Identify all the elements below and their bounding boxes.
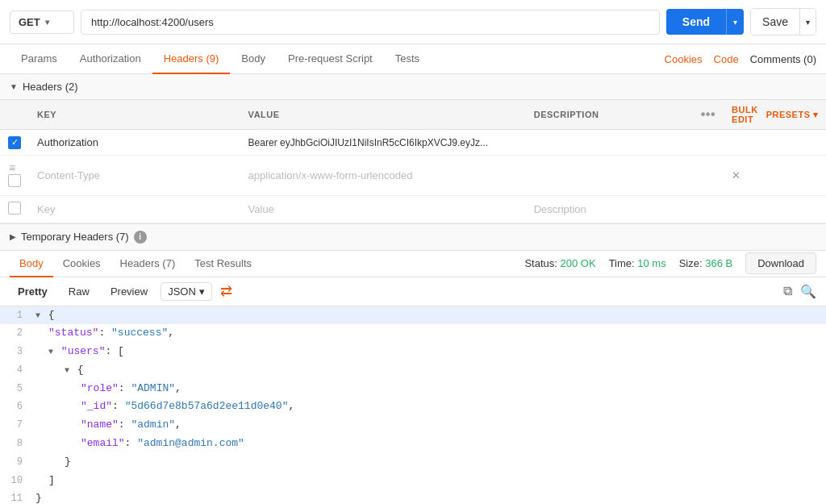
json-line: 3 ▼ "users": [: [0, 343, 826, 361]
collapse-icon[interactable]: ▼: [65, 366, 69, 375]
tab-headers[interactable]: Headers (9): [152, 44, 231, 74]
auth-value-text: Bearer eyJhbGciOiJIUzI1NiIsInR5cCI6IkpXV…: [248, 137, 488, 148]
line-content: "email": "admin@admin.com": [32, 435, 826, 452]
drag-handle-icon[interactable]: ≡: [9, 161, 15, 174]
json-line: 4 ▼ {: [0, 361, 826, 380]
collapse-icon[interactable]: ▼: [48, 348, 53, 356]
temp-headers-chevron-icon: ▶: [10, 232, 16, 241]
preview-button[interactable]: Preview: [102, 282, 156, 301]
bracket: {: [48, 309, 55, 321]
format-right: ⧉ 🔍: [783, 284, 816, 299]
line-number: 3: [0, 344, 32, 360]
bracket: ]: [48, 474, 55, 486]
row-options: [693, 130, 724, 156]
row-checkbox: ≡: [0, 155, 29, 195]
line-number: 5: [0, 381, 32, 397]
json-viewer: 1 ▼ { 2 "status": "success", 3 ▼ "users"…: [0, 306, 826, 505]
pretty-button[interactable]: Pretty: [10, 282, 56, 301]
row-key[interactable]: Key: [29, 195, 240, 223]
size-value: 366 B: [705, 257, 732, 269]
response-tab-cookies[interactable]: Cookies: [53, 251, 111, 277]
content-type-value: application/x-www-form-urlencoded: [248, 169, 413, 181]
presets-chevron-icon: ▾: [813, 110, 819, 120]
status-value: 200 OK: [561, 257, 596, 269]
tab-tests[interactable]: Tests: [384, 44, 431, 74]
temp-headers-info-icon[interactable]: i: [134, 231, 147, 244]
collapse-icon[interactable]: ▼: [35, 311, 40, 320]
json-line: 5 "role": "ADMIN",: [0, 380, 826, 398]
line-number: 2: [0, 325, 32, 341]
json-value: "success": [111, 327, 168, 339]
download-button[interactable]: Download: [745, 252, 816, 274]
presets-button[interactable]: Presets ▾: [766, 110, 818, 120]
tab-body[interactable]: Body: [230, 44, 277, 74]
headers-section-header[interactable]: ▼ Headers (2): [0, 74, 826, 100]
line-content: "status": "success",: [32, 325, 826, 342]
wrap-icon[interactable]: ⇄: [220, 282, 232, 300]
line-content: "_id": "5d66d7e8b57a6d2ee11d0e40",: [32, 398, 826, 415]
headers-table: KEY VALUE DESCRIPTION ••• Bulk Edit Pres…: [0, 100, 826, 223]
tab-params[interactable]: Params: [10, 44, 69, 74]
line-number: 11: [0, 490, 32, 504]
line-content: ▼ "users": [: [32, 344, 826, 360]
size-label: Size: 366 B: [679, 257, 733, 269]
url-bar: GET ▾ Send ▾ Save ▾: [0, 0, 826, 44]
row-description[interactable]: [526, 130, 693, 156]
send-button[interactable]: Send: [666, 9, 726, 35]
json-key: "users": [61, 345, 106, 357]
row-value[interactable]: Bearer eyJhbGciOiJIUzI1NiIsInR5cCI6IkpXV…: [240, 130, 526, 156]
json-key: "name": [81, 419, 119, 431]
tab-prerequest[interactable]: Pre-request Script: [277, 44, 384, 74]
row-key[interactable]: Authorization: [29, 130, 240, 156]
row-delete[interactable]: ✕: [724, 155, 826, 195]
bulk-edit-button[interactable]: Bulk Edit: [732, 105, 758, 124]
time-label-text: Time:: [609, 257, 638, 269]
row-options: [693, 155, 724, 195]
response-tab-body[interactable]: Body: [10, 251, 53, 277]
status-label-text: Status:: [524, 257, 560, 269]
method-select[interactable]: GET ▾: [10, 10, 74, 34]
copy-icon[interactable]: ⧉: [783, 284, 792, 298]
send-dropdown-button[interactable]: ▾: [726, 9, 744, 35]
tab-authorization[interactable]: Authorization: [69, 44, 152, 74]
table-row: Key Value Description: [0, 195, 826, 223]
checkbox-empty-icon[interactable]: [8, 202, 21, 215]
time-label: Time: 10 ms: [609, 257, 666, 269]
line-content: ]: [32, 473, 826, 489]
row-description[interactable]: Description: [526, 195, 693, 223]
headers-badge: (9): [206, 52, 219, 65]
options-dots[interactable]: •••: [701, 107, 715, 121]
cookies-link[interactable]: Cookies: [665, 53, 703, 65]
line-number: 7: [0, 417, 32, 433]
save-dropdown-button[interactable]: ▾: [799, 9, 816, 35]
format-select[interactable]: JSON ▾: [161, 282, 212, 301]
row-checkbox[interactable]: ✓: [0, 130, 29, 156]
checkbox-unchecked-icon[interactable]: [8, 174, 21, 187]
code-link[interactable]: Code: [714, 53, 739, 65]
response-tab-headers[interactable]: Headers (7): [111, 251, 186, 277]
row-value[interactable]: application/x-www-form-urlencoded: [240, 155, 526, 195]
presets-label: Presets: [766, 110, 811, 119]
temp-headers-section[interactable]: ▶ Temporary Headers (7) i: [0, 224, 826, 251]
comments-link[interactable]: Comments (0): [750, 53, 816, 65]
tabs-right: Cookies Code Comments (0): [665, 53, 816, 65]
row-value[interactable]: Value: [240, 195, 526, 223]
json-value: "5d66d7e8b57a6d2ee11d0e40": [125, 400, 289, 412]
search-icon[interactable]: 🔍: [800, 284, 816, 299]
line-number: 1: [0, 307, 32, 323]
save-button[interactable]: Save: [751, 9, 799, 35]
row-key[interactable]: Content-Type: [29, 155, 240, 195]
delete-row-icon[interactable]: ✕: [732, 169, 740, 181]
json-value: "admin": [131, 419, 175, 431]
format-chevron-icon: ▾: [199, 285, 205, 298]
line-number: 8: [0, 435, 32, 452]
table-row: ≡ Content-Type application/x-www-form-ur…: [0, 155, 826, 195]
raw-button[interactable]: Raw: [60, 282, 98, 301]
line-content: "role": "ADMIN",: [32, 381, 826, 398]
json-line: 11 }: [0, 489, 826, 504]
response-tab-test-results[interactable]: Test Results: [185, 251, 261, 277]
row-description[interactable]: [526, 155, 693, 195]
format-bar: Pretty Raw Preview JSON ▾ ⇄ ⧉ 🔍: [0, 277, 826, 306]
response-status: Status: 200 OK Time: 10 ms Size: 366 B D…: [524, 252, 816, 274]
url-input[interactable]: [81, 10, 660, 35]
